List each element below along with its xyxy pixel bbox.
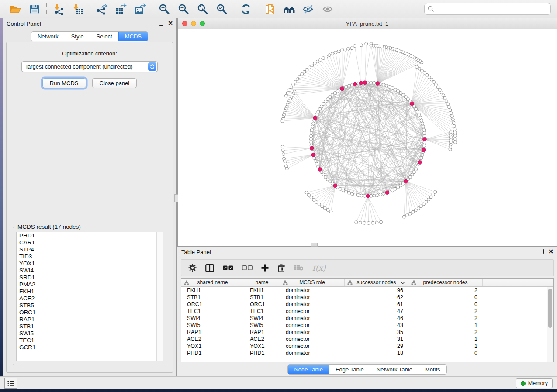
network-node[interactable]: [355, 221, 358, 224]
network-node[interactable]: [442, 94, 445, 97]
network-node[interactable]: [284, 94, 287, 97]
result-item[interactable]: TID3: [17, 253, 163, 260]
mcds-node[interactable]: [385, 191, 389, 195]
delete-column-button[interactable]: [277, 264, 285, 272]
mcds-node[interactable]: [422, 148, 426, 152]
table-settings-button[interactable]: [188, 264, 197, 272]
mcds-node[interactable]: [340, 87, 344, 91]
network-node[interactable]: [348, 191, 351, 194]
network-node[interactable]: [320, 105, 323, 108]
mcds-node[interactable]: [423, 138, 427, 141]
apply-layout-button[interactable]: [239, 3, 253, 16]
network-node[interactable]: [434, 190, 437, 193]
result-item[interactable]: FKH1: [17, 288, 163, 295]
minimize-window-icon[interactable]: [191, 21, 196, 26]
table-row[interactable]: SWI4SWI4dominator462: [181, 315, 553, 322]
export-table-button[interactable]: [114, 3, 128, 16]
result-item[interactable]: TEC1: [17, 337, 163, 344]
tab-network-table[interactable]: Network Table: [370, 365, 419, 374]
network-node[interactable]: [394, 187, 397, 190]
column-header-predecessor-nodes[interactable]: predecessor nodes: [408, 279, 483, 286]
result-item[interactable]: CAR1: [17, 239, 163, 246]
network-node[interactable]: [434, 83, 437, 86]
network-node[interactable]: [344, 48, 347, 51]
network-node[interactable]: [446, 103, 450, 106]
network-node[interactable]: [310, 141, 313, 144]
network-node[interactable]: [314, 159, 317, 162]
network-node[interactable]: [425, 200, 428, 203]
network-node[interactable]: [422, 125, 425, 128]
mcds-node[interactable]: [410, 102, 414, 106]
network-node[interactable]: [353, 45, 356, 48]
network-node[interactable]: [419, 116, 422, 119]
network-node[interactable]: [315, 201, 318, 204]
network-node[interactable]: [296, 78, 299, 81]
mcds-node[interactable]: [376, 82, 380, 86]
result-item[interactable]: STP4: [17, 246, 163, 253]
network-node[interactable]: [432, 193, 435, 196]
mcds-result-list[interactable]: PHD1CAR1STP4TID3YOX1SWI4SRD1PMA2FKH1ACE2…: [16, 232, 163, 361]
network-node[interactable]: [348, 84, 351, 87]
mcds-node[interactable]: [404, 179, 408, 183]
network-node[interactable]: [370, 81, 373, 84]
network-node[interactable]: [422, 203, 425, 206]
network-node[interactable]: [397, 186, 400, 189]
clone-network-button[interactable]: [263, 3, 277, 16]
result-item[interactable]: ORC1: [17, 309, 163, 316]
network-node[interactable]: [449, 131, 452, 134]
network-node[interactable]: [311, 64, 314, 67]
network-node[interactable]: [420, 119, 423, 122]
function-builder-button[interactable]: f(x): [312, 263, 326, 272]
network-node[interactable]: [450, 112, 453, 115]
tab-mcds[interactable]: MCDS: [118, 32, 148, 41]
network-node[interactable]: [413, 171, 416, 174]
close-panel-button[interactable]: Close panel: [92, 78, 137, 88]
network-node[interactable]: [416, 165, 419, 168]
tab-select[interactable]: Select: [90, 32, 118, 41]
network-node[interactable]: [420, 69, 423, 72]
network-node[interactable]: [345, 190, 348, 193]
network-node[interactable]: [379, 193, 382, 196]
network-node[interactable]: [312, 198, 315, 201]
hide-panel-button[interactable]: [302, 3, 315, 16]
network-node[interactable]: [360, 44, 363, 47]
mcds-node[interactable]: [366, 194, 370, 198]
result-item[interactable]: SWI5: [17, 330, 163, 337]
network-node[interactable]: [418, 113, 421, 116]
close-table-panel-icon[interactable]: ✕: [548, 249, 554, 254]
network-node[interactable]: [399, 91, 402, 94]
mcds-node[interactable]: [353, 82, 357, 86]
network-node[interactable]: [367, 221, 370, 224]
network-node[interactable]: [301, 73, 304, 76]
network-node[interactable]: [308, 66, 311, 69]
table-row[interactable]: FKH1FKH1dominator962: [181, 287, 553, 294]
mcds-node[interactable]: [363, 81, 367, 85]
network-node[interactable]: [416, 110, 419, 113]
network-node[interactable]: [423, 131, 426, 134]
show-panel-button[interactable]: [321, 3, 334, 16]
horizontal-splitter-handle[interactable]: [311, 243, 318, 247]
network-node[interactable]: [331, 52, 334, 55]
mcds-node[interactable]: [310, 146, 314, 150]
criterion-select[interactable]: largest connected component (undirected): [21, 61, 158, 72]
network-node[interactable]: [420, 156, 423, 159]
zoom-out-button[interactable]: [177, 3, 190, 16]
network-node[interactable]: [340, 49, 343, 52]
network-node[interactable]: [391, 86, 394, 89]
result-item[interactable]: STB5: [17, 302, 163, 309]
network-node[interactable]: [453, 124, 456, 127]
network-node[interactable]: [412, 210, 415, 213]
network-node[interactable]: [447, 106, 450, 109]
result-scrollbar[interactable]: [156, 232, 163, 361]
table-row[interactable]: SWI5SWI5connector431: [181, 322, 553, 329]
mcds-node[interactable]: [359, 81, 363, 85]
network-node[interactable]: [337, 50, 340, 53]
network-node[interactable]: [347, 47, 350, 50]
deselect-all-button[interactable]: [242, 265, 253, 270]
network-node[interactable]: [415, 107, 418, 110]
network-node[interactable]: [443, 96, 446, 100]
network-node[interactable]: [310, 131, 313, 134]
zoom-selected-button[interactable]: [215, 3, 228, 16]
tab-edge-table[interactable]: Edge Table: [329, 365, 370, 374]
save-session-button[interactable]: [28, 3, 41, 16]
